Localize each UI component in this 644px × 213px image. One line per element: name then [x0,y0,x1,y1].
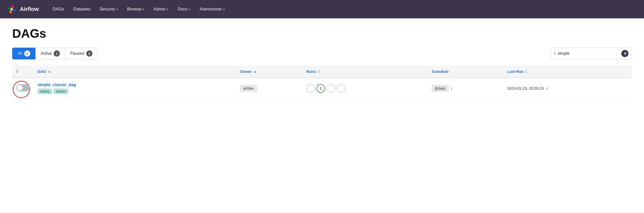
svg-point-1 [11,8,13,10]
table-header: ℹ DAG ⇅ Owner ⇅ Runs ℹ Schedule [12,65,632,78]
tab-all-label: All [18,51,22,56]
schedule-badge: @daily [432,85,448,92]
run-circle-3[interactable] [327,84,335,93]
nav-link-datasets[interactable]: Datasets [70,5,94,14]
dag-last-run-cell: 2023-01-23, 20:55:15 ℹ [503,78,632,99]
astronomer-chevron-icon: ▾ [223,8,225,11]
owner-badge: airflow [240,85,257,92]
info-circle-icon: ℹ [16,69,18,74]
schedule-info-icon: ℹ [451,86,452,90]
th-schedule: Schedule [428,65,503,78]
last-run-info-icon2: ℹ [547,86,548,90]
nav-link-admin[interactable]: Admin ▾ [150,5,172,14]
th-info: ℹ [12,65,34,78]
last-run-value: 2023-01-23, 20:55:15 [507,86,544,90]
th-runs: Runs ℹ [302,65,428,78]
search-box[interactable]: × simple ✕ [550,48,632,59]
dag-tags: debug simple [38,89,232,94]
tab-active[interactable]: Active 1 [35,48,65,59]
th-owner: Owner ⇅ [236,65,302,78]
filter-tabs: All 3 Active 1 Paused 2 [12,48,98,59]
th-runs-label: Runs [306,69,316,74]
tab-all[interactable]: All 3 [12,48,35,59]
th-last-run: Last Run ℹ [503,65,632,78]
tab-paused[interactable]: Paused 2 [65,48,97,59]
dag-name-cell: simple_classic_dag debug simple [34,78,236,99]
table-body: simple_classic_dag debug simple airflow [12,78,632,99]
nav-link-astronomer[interactable]: Astronomer ▾ [196,5,228,14]
nav-link-dags[interactable]: DAGs [49,5,68,14]
th-last-run-label: Last Run [507,69,524,74]
nav-links: DAGs Datasets Security ▾ Browse ▾ Admin … [49,5,638,14]
search-value: simple [558,51,619,56]
tab-paused-label: Paused [70,51,84,56]
dag-tag-simple[interactable]: simple [53,89,68,94]
dag-sort-icon[interactable]: ⇅ [48,71,50,73]
docs-chevron-icon: ▾ [189,8,190,11]
th-owner-label: Owner [240,69,252,74]
main-content: DAGs All 3 Active 1 Paused 2 × simple ✕ [0,18,644,107]
dag-toggle[interactable] [16,84,30,91]
nav-logo[interactable]: Airflow [6,4,39,15]
page-title: DAGs [12,26,632,41]
search-clear-button[interactable]: ✕ [621,50,628,57]
run-circle-4[interactable] [337,84,345,93]
dag-tag-debug[interactable]: debug [38,89,52,94]
runs-info-icon: ℹ [318,70,319,74]
th-schedule-label: Schedule [432,69,449,74]
nav-logo-text: Airflow [20,6,39,12]
runs-group: 2 [306,84,424,93]
run-circle-1[interactable] [306,84,315,93]
dag-toggle-wrap [16,84,30,91]
run-circle-2-count: 2 [320,86,322,90]
filter-row: All 3 Active 1 Paused 2 × simple ✕ [12,48,632,59]
dag-link[interactable]: simple_classic_dag [38,83,76,87]
nav-link-security[interactable]: Security ▾ [96,5,121,14]
dag-table: ℹ DAG ⇅ Owner ⇅ Runs ℹ Schedule [12,65,632,99]
airflow-logo-icon [6,4,17,15]
owner-sort-icon[interactable]: ⇅ [254,71,256,73]
security-chevron-icon: ▾ [116,8,118,11]
table-row: simple_classic_dag debug simple airflow [12,78,632,99]
dag-toggle-cell [12,78,34,99]
nav-link-browse[interactable]: Browse ▾ [123,5,148,14]
search-clear-icon: ✕ [623,51,627,56]
navbar: Airflow DAGs Datasets Security ▾ Browse … [0,0,644,18]
th-dag-label: DAG [38,69,46,74]
nav-link-docs[interactable]: Docs ▾ [174,5,194,14]
toggle-knob [17,85,23,91]
tab-active-badge: 1 [54,50,60,57]
browse-chevron-icon: ▾ [143,8,144,11]
dag-runs-cell: 2 [302,78,428,99]
last-run-info-icon: ℹ [526,70,527,74]
search-prefix-icon: × [554,51,556,56]
admin-chevron-icon: ▾ [167,8,169,11]
run-circle-2[interactable]: 2 [316,84,325,93]
th-dag: DAG ⇅ [34,65,236,78]
tab-active-label: Active [41,51,52,56]
dag-schedule-cell: @daily ℹ [428,78,503,99]
tab-all-badge: 3 [24,50,30,57]
tab-paused-badge: 2 [86,50,92,57]
dag-owner-cell: airflow [236,78,302,99]
